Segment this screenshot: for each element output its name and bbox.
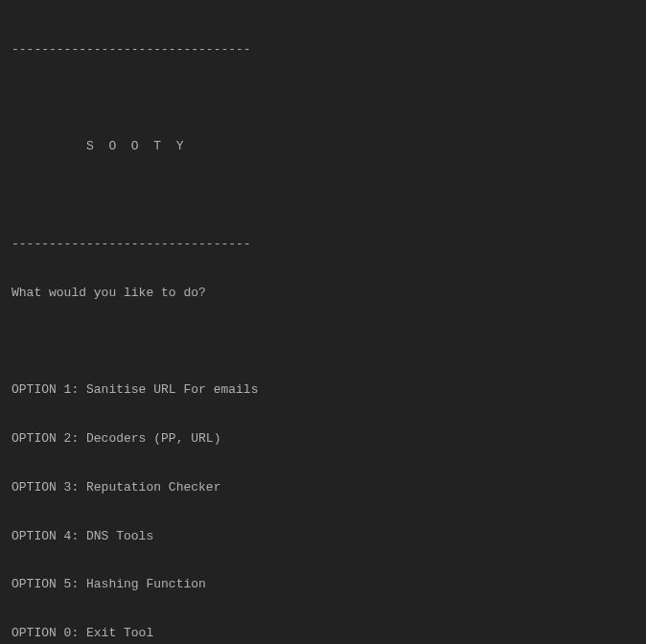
option-1[interactable]: OPTION 1: Sanitise URL For emails: [12, 382, 634, 399]
option-2[interactable]: OPTION 2: Decoders (PP, URL): [12, 431, 634, 448]
option-0[interactable]: OPTION 0: Exit Tool: [12, 626, 634, 642]
banner-title: S O O T Y: [12, 139, 634, 155]
banner-line-bottom: --------------------------------: [12, 237, 634, 253]
prompt-line: What would you like to do?: [12, 286, 634, 302]
blank-line: [12, 334, 634, 350]
option-5[interactable]: OPTION 5: Hashing Function: [12, 577, 634, 593]
terminal-output: -------------------------------- S O O T…: [12, 10, 634, 644]
banner-line-top: --------------------------------: [12, 42, 634, 58]
option-4[interactable]: OPTION 4: DNS Tools: [12, 529, 634, 545]
blank-line: [12, 91, 634, 107]
blank-line: [12, 188, 634, 204]
option-3[interactable]: OPTION 3: Reputation Checker: [12, 480, 634, 496]
